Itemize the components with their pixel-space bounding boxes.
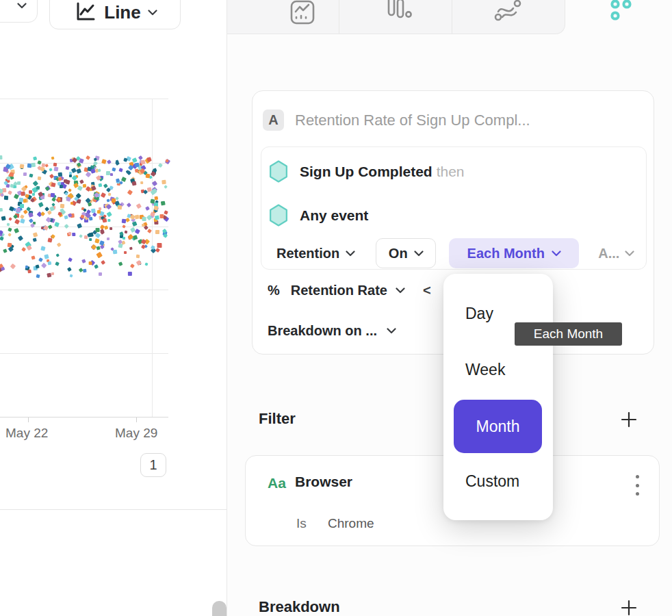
event-row-1[interactable]: Sign Up Completedthen [268, 160, 465, 183]
app-window: May 22 May 29 1 Line [0, 0, 672, 616]
scatter-point [51, 272, 54, 275]
scatter-point [14, 228, 19, 233]
scatter-point [16, 208, 20, 212]
scatter-point [66, 166, 70, 170]
scatter-point [119, 261, 123, 266]
pagination-page-button[interactable]: 1 [140, 453, 166, 477]
scatter-point [57, 211, 62, 216]
scatter-point [51, 193, 55, 197]
scatter-point [33, 181, 38, 186]
chevron-down-icon [387, 328, 396, 334]
filter-operator[interactable]: Is [296, 516, 307, 531]
scatter-point [109, 227, 112, 230]
tab-line-chart[interactable] [268, 0, 337, 34]
scatter-point [21, 247, 26, 253]
scatter-point [98, 272, 101, 276]
scatter-point [157, 243, 162, 248]
line-chart-framed-icon [289, 0, 316, 27]
breakdown-heading: Breakdown [259, 598, 340, 616]
filter-heading: Filter [259, 410, 296, 428]
scatter-point [136, 255, 140, 259]
query-title[interactable]: Retention Rate of Sign Up Compl... [295, 112, 530, 129]
menu-item-day[interactable]: Day [465, 305, 493, 323]
scatter-point [122, 218, 127, 223]
on-dropdown[interactable]: On [376, 238, 436, 268]
scatter-point [41, 263, 47, 269]
scatter-point [20, 164, 25, 169]
filter-options-kebab-icon[interactable] [630, 474, 645, 497]
menu-item-custom[interactable]: Custom [465, 472, 519, 491]
scatter-point [106, 238, 109, 240]
scatter-point [29, 173, 34, 177]
scatter-point [101, 192, 106, 198]
scatter-point [150, 199, 155, 204]
scatter-point [130, 264, 135, 268]
scatter-point [18, 235, 23, 240]
scatter-point [27, 270, 31, 273]
breakdown-on-row[interactable]: Breakdown on ... [268, 323, 396, 339]
left-scrollbar-thumb[interactable] [212, 601, 227, 616]
event-name: Sign Up Completed [300, 164, 432, 179]
scatter-point [64, 179, 67, 183]
percent-glyph: % [268, 283, 280, 298]
scatter-point [164, 216, 167, 220]
filter-value[interactable]: Chrome [328, 516, 374, 531]
scatter-point [53, 166, 58, 171]
scatter-point [0, 155, 2, 160]
menu-item-month-selected[interactable]: Month [454, 400, 542, 453]
scatter-point [57, 197, 60, 201]
scatter-point [123, 251, 126, 253]
tab-scatter-chart[interactable] [583, 0, 658, 34]
bar-chart-icon [383, 0, 413, 27]
scatter-point [1, 216, 6, 220]
angle-bracket[interactable]: < [423, 283, 431, 298]
scatter-point [152, 181, 157, 186]
scatter-point [115, 161, 120, 166]
scatter-point [27, 245, 32, 251]
scatter-point [89, 238, 92, 241]
measure-dropdown[interactable]: Retention Rate [291, 283, 387, 298]
interval-dropdown[interactable]: Each Month [449, 238, 579, 268]
scatter-point [8, 227, 12, 231]
line-chart-icon [73, 1, 97, 24]
scatter-point [8, 191, 12, 196]
chart-type-line-button[interactable]: Line [49, 0, 181, 29]
event-row-2[interactable]: Any event [268, 204, 368, 227]
filter-property-name: Browser [295, 474, 352, 490]
measure-row: % Retention Rate < [268, 283, 431, 298]
scatter-point [76, 168, 81, 174]
menu-item-week[interactable]: Week [465, 361, 505, 379]
scatter-point [144, 225, 148, 230]
scatter-point [122, 236, 126, 240]
scatter-point [107, 211, 112, 217]
scatter-point [92, 212, 96, 216]
tab-bar-chart[interactable] [364, 0, 432, 34]
scatter-point [47, 238, 52, 243]
scatter-point [0, 208, 3, 211]
scatter-point [28, 212, 34, 218]
tab-flow-chart[interactable] [474, 0, 542, 34]
scatter-point [60, 185, 63, 188]
add-filter-button[interactable] [620, 411, 638, 428]
scatter-point [38, 202, 44, 207]
chevron-down-icon [148, 10, 157, 16]
scatter-point [88, 203, 92, 207]
truncated-dropdown[interactable]: A... [598, 246, 634, 261]
scatter-point [68, 188, 72, 192]
query-label-badge: A [263, 110, 284, 131]
scatter-point [164, 210, 168, 215]
scatter-point [68, 257, 73, 262]
scatter-point [133, 235, 138, 240]
collapsed-dropdown-button[interactable] [0, 0, 38, 23]
interval-tooltip: Each Month [515, 322, 622, 346]
scatter-point [155, 230, 159, 234]
scatter-point [131, 181, 136, 185]
scatter-point [105, 171, 109, 175]
chart-plot-area: May 22 May 29 [0, 0, 227, 509]
scatter-point [8, 217, 12, 221]
add-breakdown-button[interactable] [620, 599, 638, 616]
retention-dropdown[interactable]: Retention [276, 246, 355, 261]
scatter-point [117, 205, 121, 209]
scatter-point [49, 168, 52, 171]
scatter-point [109, 173, 112, 176]
